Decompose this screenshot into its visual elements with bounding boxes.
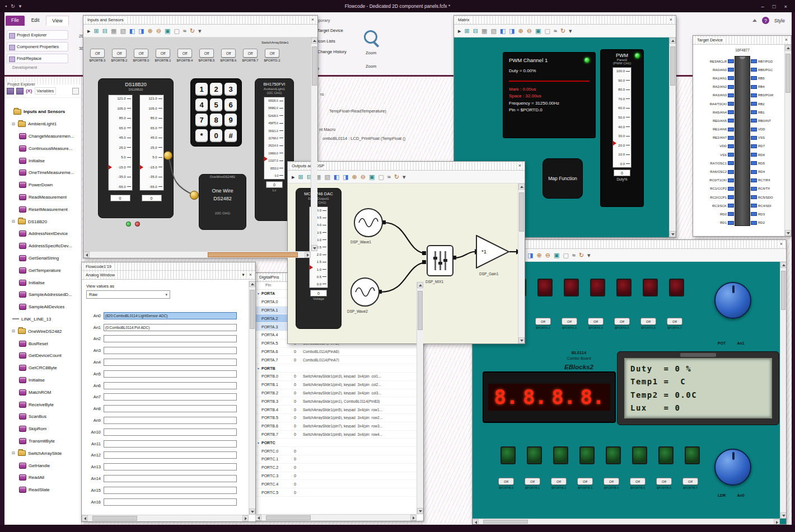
- toolbar-icon[interactable]: ▢: [378, 174, 384, 180]
- tree-item[interactable]: LINK_LINE_13: [4, 313, 81, 326]
- analog-value-field[interactable]: [104, 405, 237, 412]
- pin-panel-icon[interactable]: ▾: [241, 272, 246, 277]
- lux-scale[interactable]: 65535.058982.052428.045875.039321.032768…: [264, 97, 285, 180]
- scroll-down-button[interactable]: [518, 337, 525, 343]
- analog-value-field[interactable]: [104, 429, 237, 436]
- toggle-switch-button[interactable]: Off: [221, 49, 236, 58]
- tree-item[interactable]: ⊟ OneWireDS2482: [4, 325, 81, 337]
- pin-row[interactable]: RC7/RX: [751, 176, 785, 185]
- scrollbar-track[interactable]: [785, 51, 791, 230]
- close-icon[interactable]: ×: [784, 3, 787, 10]
- pin-row[interactable]: RC3/SCK: [694, 201, 734, 210]
- scroll-down-button[interactable]: [670, 231, 676, 237]
- scrollbar-thumb[interactable]: [483, 520, 528, 524]
- pin-row[interactable]: RD0: [694, 210, 734, 218]
- vertical-scrollbar[interactable]: [784, 45, 791, 236]
- scrollbar-track[interactable]: [261, 515, 410, 521]
- window-titlebar[interactable]: Inputs and Sensors ×: [83, 16, 317, 25]
- pin-row[interactable]: RD4: [751, 167, 785, 176]
- pin-box[interactable]: [728, 128, 734, 131]
- tree-item[interactable]: Initialise: [4, 154, 81, 167]
- toggle-switch-button[interactable]: Off: [265, 49, 279, 58]
- keypad-key[interactable]: #: [225, 129, 237, 142]
- tree-item[interactable]: ReadAll: [4, 472, 81, 484]
- pin-row[interactable]: RC0/T1CKI: [694, 176, 734, 185]
- pin-box[interactable]: [728, 102, 734, 106]
- vertical-scrollbar[interactable]: [780, 262, 786, 519]
- toolbar-icon[interactable]: ▾: [198, 28, 202, 34]
- tree-item[interactable]: ⊟ DS18B20: [4, 215, 81, 228]
- board-switch-button[interactable]: Off: [656, 478, 672, 485]
- pin-box[interactable]: [728, 110, 734, 114]
- pin-box[interactable]: [728, 119, 734, 123]
- scroll-up-button[interactable]: [249, 281, 255, 287]
- toolbar-icon[interactable]: ⊕: [518, 28, 523, 34]
- pin-row[interactable]: RB4: [751, 83, 785, 91]
- scale-pointer[interactable]: [310, 265, 313, 270]
- horizontal-scrollbar[interactable]: [83, 251, 311, 258]
- keypad-key[interactable]: 3: [225, 83, 237, 96]
- scrollbar-track[interactable]: [311, 44, 317, 245]
- analog-value-field[interactable]: [104, 417, 237, 424]
- pin-box[interactable]: [728, 93, 734, 97]
- style-button[interactable]: Style: [774, 18, 785, 23]
- pin-row[interactable]: RA7/OSC1: [694, 159, 734, 167]
- pin-row[interactable]: RA4/T0CKI: [694, 100, 734, 108]
- pin-box[interactable]: [751, 59, 757, 63]
- dsp-mixer-block[interactable]: [427, 245, 453, 276]
- ds18b20-component[interactable]: DS18B20 DS18B20 121.0105.085.065.045.025…: [98, 78, 174, 218]
- board-switch-button[interactable]: Off: [630, 478, 646, 485]
- macros-icon[interactable]: [7, 88, 14, 95]
- pin-row[interactable]: PORTC.2 0: [255, 464, 417, 472]
- toolbar-icon[interactable]: ⊟: [102, 28, 107, 34]
- temperature-scale[interactable]: 121.0105.085.065.045.025.05.0-15.0-35.0-…: [108, 95, 133, 191]
- analog-value-field[interactable]: [104, 463, 237, 470]
- toolbar-icon[interactable]: ▧: [120, 28, 125, 34]
- scroll-right-button[interactable]: [410, 515, 417, 521]
- pin-box[interactable]: [728, 68, 734, 72]
- pin-box[interactable]: [751, 85, 757, 89]
- keypad-key[interactable]: 2: [210, 83, 222, 96]
- pin-row[interactable]: PORTB.3 0 SwitchArraySlide1(pin1), Combo…: [255, 397, 417, 406]
- pin-row[interactable]: RA2/AN2: [694, 83, 734, 91]
- tree-item[interactable]: ReceiveByte: [4, 398, 81, 411]
- vertical-scrollbar[interactable]: [249, 281, 255, 515]
- tree-item[interactable]: GetTemperature: [4, 264, 81, 276]
- toolbar-icon[interactable]: ▦: [111, 28, 116, 34]
- toggle-switch-button[interactable]: Off: [243, 49, 258, 58]
- keypad-key[interactable]: 9: [225, 114, 237, 126]
- window-titlebar[interactable]: Analog Window ▾ ×: [82, 271, 255, 280]
- tree-item[interactable]: GetCRC8Byte: [4, 362, 81, 374]
- toolbar-icon[interactable]: ▣: [554, 252, 559, 258]
- pin-row[interactable]: RE3/MCLR: [694, 57, 734, 65]
- pin-row[interactable]: PORTC.1 0: [255, 455, 417, 464]
- expand-icon[interactable]: ⊟: [11, 122, 16, 126]
- pin-box[interactable]: [728, 212, 734, 216]
- ribbon-button[interactable]: Component Properties: [7, 42, 68, 51]
- scrollbar-track[interactable]: [780, 268, 786, 512]
- pin-row[interactable]: PORTC.3 0: [255, 472, 417, 481]
- horizontal-scrollbar[interactable]: [473, 519, 780, 524]
- scroll-right-button[interactable]: [305, 252, 311, 258]
- board-switch-button[interactable]: Off: [667, 318, 682, 325]
- pin-row[interactable]: PORTB.6 0 SwitchArraySlide1(pin7), keypa…: [255, 422, 417, 431]
- toolbar-icon[interactable]: ⊖: [545, 252, 550, 258]
- expand-icon[interactable]: ⊟: [11, 451, 16, 455]
- pin-box[interactable]: [751, 93, 757, 97]
- scrollbar-thumb[interactable]: [92, 516, 137, 521]
- tree-item[interactable]: SampleAllDevices: [4, 301, 81, 313]
- scale-pointer[interactable]: [613, 141, 616, 145]
- pin-row[interactable]: RC2/CCP1: [694, 193, 734, 201]
- pin-box[interactable]: [751, 195, 757, 199]
- scrollbar-thumb[interactable]: [266, 515, 311, 520]
- tree-item[interactable]: Initialise: [4, 276, 81, 289]
- scrollbar-thumb[interactable]: [208, 252, 298, 257]
- analog-value-field[interactable]: [104, 347, 237, 354]
- pin-row[interactable]: VSS: [694, 150, 734, 159]
- pin-box[interactable]: [728, 170, 734, 174]
- analog-value-field[interactable]: [104, 487, 237, 494]
- analog-value-field[interactable]: (820:ComboBL0114:LightSensor ADC): [104, 312, 237, 319]
- tree-item[interactable]: ReadMeasurement: [4, 191, 81, 204]
- pin-box[interactable]: [728, 187, 734, 191]
- pin-row[interactable]: RD7: [751, 142, 785, 150]
